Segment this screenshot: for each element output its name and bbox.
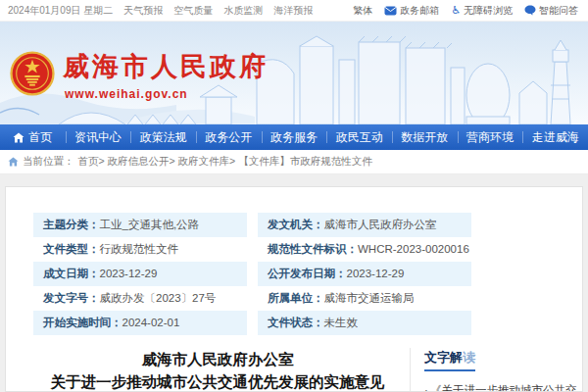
interpretation-link[interactable]: ·《关于进一步推动城市公共交通优先发展的实施意见》政策解读 [424, 380, 582, 392]
meta-label: 文件类型： [43, 243, 100, 255]
nav-item-interaction[interactable]: 政民互动 [326, 124, 392, 150]
breadcrumb: 当前位置： 首页> 政府信息公开> 政府文件库> 【文件库】市政府规范性文件 [0, 150, 588, 174]
top-utility-bar: 2024年01月09日 星期二 天气预报 空气质量 水质监测 海洋预报 繁体 政… [0, 0, 588, 22]
document-title: 威海市人民政府办公室 关于进一步推动城市公共交通优先发展的实施意见 [33, 348, 402, 392]
meta-value: 威政办发〔2023〕27号 [100, 292, 217, 304]
meta-label: 成文日期： [43, 268, 100, 279]
document-detail-card: 主题分类：工业_交通其他,公路 发文机关：威海市人民政府办公室 文件类型：行政规… [5, 186, 583, 392]
home-icon [13, 132, 24, 143]
meta-value: 行政规范性文件 [100, 243, 179, 255]
main-navigation: 首页 资讯中心 政策法规 政务公开 政务服务 政民互动 数据开放 营商环境 走进… [0, 124, 588, 150]
nav-item-about-weihai[interactable]: 走进威海 [522, 124, 588, 150]
document-meta-table: 主题分类：工业_交通其他,公路 发文机关：威海市人民政府办公室 文件类型：行政规… [33, 213, 471, 335]
nav-item-gov-info[interactable]: 政务公开 [196, 124, 262, 150]
meta-row: 主题分类：工业_交通其他,公路 发文机关：威海市人民政府办公室 [33, 213, 471, 237]
meta-row: 开始实施时间：2024-02-01 文件状态：未生效 [33, 311, 471, 335]
meta-label: 规范性文件标识： [268, 243, 358, 255]
meta-label: 开始实施时间： [43, 317, 122, 328]
topbar-link-weather[interactable]: 天气预报 [123, 4, 163, 18]
meta-value: 未生效 [324, 317, 359, 328]
meta-label: 公开发布日期： [268, 268, 347, 279]
document-title-line2: 关于进一步推动城市公共交通优先发展的实施意见 [33, 370, 402, 392]
topbar-link-water-quality[interactable]: 水质监测 [223, 4, 263, 18]
nav-item-open-data[interactable]: 数据开放 [392, 124, 458, 150]
topbar-link-air-quality[interactable]: 空气质量 [173, 4, 213, 18]
nav-item-policies[interactable]: 政策法规 [130, 124, 196, 150]
meta-value: 工业_交通其他,公路 [100, 219, 200, 230]
interpretation-sidebar: 文字解读 ·《关于进一步推动城市公共交通优先发展的实施意见》政策解读 [410, 348, 582, 392]
accessibility-link[interactable]: ♿ 无障碍浏览 [451, 4, 513, 18]
nav-item-home[interactable]: 首页 [0, 124, 66, 150]
nav-item-business-env[interactable]: 营商环境 [458, 124, 523, 150]
meta-value: 2024-02-01 [122, 317, 180, 328]
document-title-line1: 威海市人民政府办公室 [33, 348, 402, 370]
meta-label: 发文机关： [268, 219, 324, 230]
meta-row: 发文字号：威政办发〔2023〕27号 所属单位：威海市交通运输局 [33, 286, 471, 311]
site-header: 威海市人民政府 www.weihai.gov.cn [0, 22, 588, 124]
chat-bubble-icon [524, 5, 536, 16]
list-bullet: · [424, 384, 428, 392]
nav-item-gov-services[interactable]: 政务服务 [262, 124, 327, 150]
meta-label: 发文字号： [43, 292, 100, 304]
breadcrumb-path[interactable]: 首页> 政府信息公开> 政府文件库> 【文件库】市政府规范性文件 [78, 155, 372, 169]
national-emblem [10, 51, 55, 96]
meta-value: 2023-12-29 [100, 268, 158, 279]
sidebar-section-title: 文字解读 [424, 349, 475, 371]
meta-label: 文件状态： [268, 317, 324, 328]
topbar-link-ocean-forecast[interactable]: 海洋预报 [273, 4, 313, 18]
gov-mail-link[interactable]: 政务邮箱 [384, 4, 439, 18]
nav-item-news-center[interactable]: 资讯中心 [66, 124, 131, 150]
meta-value: 2023-12-29 [347, 268, 405, 279]
breadcrumb-label: 当前位置： [23, 155, 74, 169]
meta-row: 文件类型：行政规范性文件 规范性文件标识：WHCR-2023-0020016 [33, 237, 471, 262]
accessibility-icon: ♿ [451, 5, 461, 16]
page-background: 主题分类：工业_交通其他,公路 发文机关：威海市人民政府办公室 文件类型：行政规… [0, 174, 588, 392]
traditional-chinese-toggle[interactable]: 繁体 [353, 4, 372, 18]
breadcrumb-home-icon [8, 157, 19, 167]
smart-qa-link[interactable]: 智能问答 [524, 4, 578, 18]
meta-value: 威海市人民政府办公室 [324, 219, 437, 230]
meta-row: 成文日期：2023-12-29 公开发布日期：2023-12-29 [33, 262, 471, 286]
meta-value: WHCR-2023-0020016 [358, 243, 469, 255]
current-date: 2024年01月09日 星期二 [8, 4, 113, 18]
mail-icon [384, 6, 397, 16]
meta-value: 威海市交通运输局 [324, 292, 415, 304]
meta-label: 所属单位： [268, 292, 324, 304]
meta-label: 主题分类： [43, 219, 100, 230]
site-logo-title[interactable]: 威海市人民政府 [63, 49, 269, 84]
site-url: www.weihai.gov.cn [65, 87, 188, 101]
